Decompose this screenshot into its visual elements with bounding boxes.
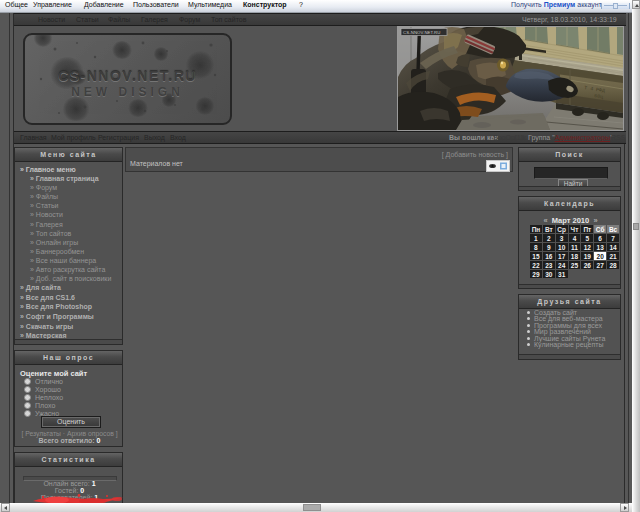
svg-text:CS-NNOV.NET.RU: CS-NNOV.NET.RU <box>403 30 441 35</box>
